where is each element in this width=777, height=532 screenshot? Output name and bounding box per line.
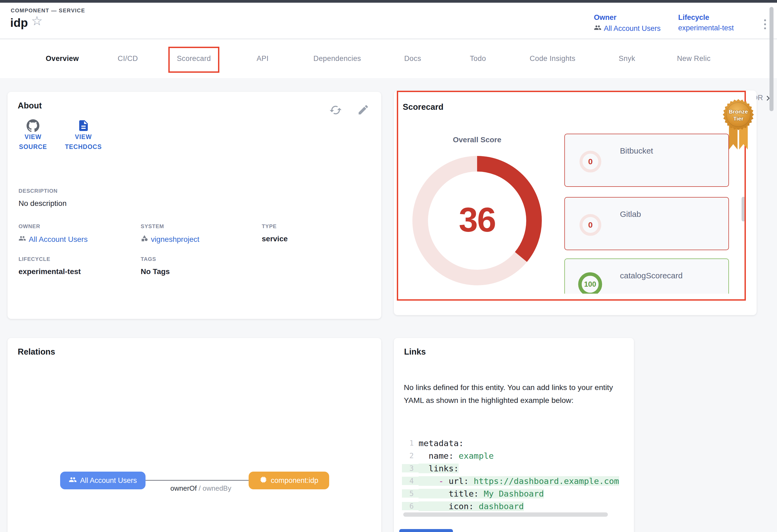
relation-node-component-chip[interactable]: component:idp xyxy=(249,472,329,489)
tab-todo[interactable]: Todo xyxy=(470,39,486,78)
people-icon xyxy=(18,235,26,244)
relation-source-label: All Account Users xyxy=(80,477,137,485)
tab-code-insights[interactable]: Code Insights xyxy=(530,39,575,78)
owner-value: All Account Users xyxy=(604,24,661,33)
tab-dependencies[interactable]: Dependencies xyxy=(313,39,361,78)
entity-header: COMPONENT — SERVICE idp ☆ Owner All Acco… xyxy=(0,3,777,39)
links-empty-text: No links defined for this entity. You ca… xyxy=(404,381,629,407)
relations-card: Relations All Account Users component:id… xyxy=(7,338,381,532)
relations-title: Relations xyxy=(18,347,55,357)
field-label-owner: OWNER xyxy=(18,223,40,230)
quick-link-view-source[interactable]: VIEWSOURCE xyxy=(16,116,50,152)
tab-ci-cd[interactable]: CI/CD xyxy=(118,39,138,78)
techdocs-icon xyxy=(60,116,107,132)
breadcrumb: COMPONENT — SERVICE xyxy=(11,7,85,14)
field-value-type: service xyxy=(262,235,288,243)
about-card: About VIEWSOURCEVIEWTECHDOCS DESCRIPTION… xyxy=(7,92,381,319)
code-line-1: 1metadata: xyxy=(402,437,626,449)
code-line-2: 2 name: example xyxy=(402,449,626,462)
people-icon xyxy=(69,476,77,486)
lifecycle-value[interactable]: experimental-test xyxy=(678,24,734,32)
tab-overview[interactable]: Overview xyxy=(46,39,79,78)
code-horizontal-scrollbar[interactable] xyxy=(403,512,608,517)
relation-edge-label: ownerOf / ownedBy xyxy=(158,484,244,493)
code-line-6: 6 icon: dashboard xyxy=(402,500,626,512)
lifecycle-label: Lifecycle xyxy=(678,13,734,22)
links-action-button[interactable] xyxy=(399,529,453,532)
annotation-box-scorecard-tab xyxy=(169,47,219,73)
tab-snyk[interactable]: Snyk xyxy=(619,39,635,78)
tab-api[interactable]: API xyxy=(257,39,269,78)
owner-link[interactable]: All Account Users xyxy=(594,24,661,33)
relation-target-label: component:idp xyxy=(270,477,318,485)
field-value-system[interactable]: vigneshproject xyxy=(141,235,200,244)
entity-tabs: OverviewCI/CDScorecardAPIDependenciesDoc… xyxy=(0,39,777,78)
field-label-system: SYSTEM xyxy=(141,223,164,230)
links-title: Links xyxy=(404,347,426,357)
code-line-4: 4 - url: https://dashboard.example.com xyxy=(402,475,626,487)
field-label-lifecycle: LIFECYCLE xyxy=(18,256,50,262)
about-title: About xyxy=(18,101,42,111)
lifecycle-block: Lifecycle experimental-test xyxy=(678,13,734,32)
links-card: Links No links defined for this entity. … xyxy=(394,338,634,532)
code-line-3: 3 links: xyxy=(402,462,626,475)
memory-chip-icon xyxy=(259,476,267,486)
field-label-description: DESCRIPTION xyxy=(18,188,58,194)
quick-link-view-techdocs[interactable]: VIEWTECHDOCS xyxy=(60,116,107,152)
field-value-tags: No Tags xyxy=(141,267,170,276)
field-label-type: TYPE xyxy=(262,223,276,230)
tab-docs[interactable]: Docs xyxy=(404,39,421,78)
owner-label: Owner xyxy=(594,13,661,22)
tab-new-relic[interactable]: New Relic xyxy=(677,39,710,78)
system-icon xyxy=(141,235,148,244)
annotation-box-scorecard-card xyxy=(397,91,746,301)
field-label-tags: TAGS xyxy=(141,256,156,262)
code-line-5: 5 title: My Dashboard xyxy=(402,487,626,500)
field-value-owner[interactable]: All Account Users xyxy=(18,235,88,244)
more-options-kebab-icon[interactable] xyxy=(764,19,766,29)
field-value-lifecycle: experimental-test xyxy=(18,267,81,276)
app-window: COMPONENT — SERVICE idp ☆ Owner All Acco… xyxy=(0,0,777,532)
favorite-star-icon[interactable]: ☆ xyxy=(31,14,43,27)
relation-node-owner-chip[interactable]: All Account Users xyxy=(60,472,145,489)
field-value-description: No description xyxy=(18,199,67,208)
owner-block: Owner All Account Users xyxy=(594,13,661,33)
svg-text:Bronze: Bronze xyxy=(729,109,748,115)
page-scrollbar[interactable] xyxy=(770,7,774,111)
yaml-code-block: 1metadata:2 name: example3 links:4 - url… xyxy=(402,437,626,512)
relation-edge-line xyxy=(145,480,249,481)
svg-text:Tier: Tier xyxy=(733,115,744,122)
scorecard-card: Scorecard Overall Score 36 0 Bitbucket 0… xyxy=(394,91,757,315)
people-icon xyxy=(594,24,601,33)
edit-icon[interactable] xyxy=(357,104,369,117)
bronze-tier-badge: Bronze Tier xyxy=(722,98,755,151)
github-icon xyxy=(16,116,50,132)
browser-top-bar xyxy=(0,0,777,3)
page-title: idp xyxy=(10,16,28,29)
refresh-icon[interactable] xyxy=(329,104,342,118)
